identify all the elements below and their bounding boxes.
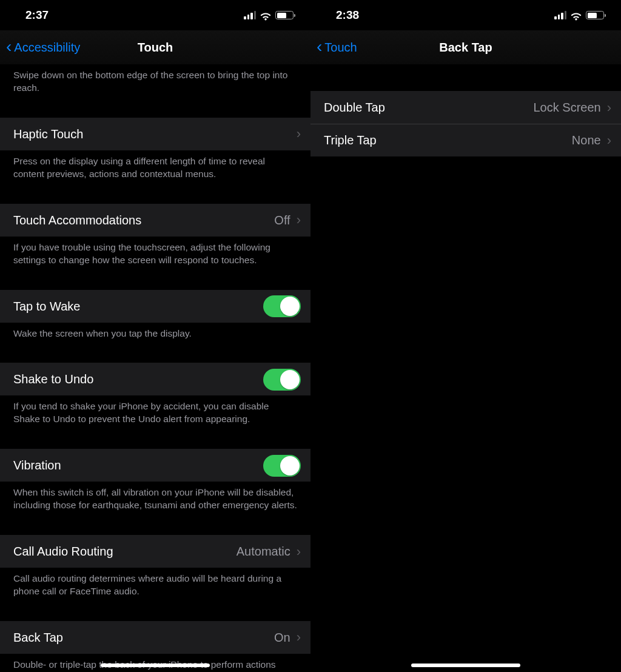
- row-value: Off: [274, 213, 290, 227]
- row-triple-tap[interactable]: Triple Tap None ›: [310, 124, 621, 156]
- shake-undo-footer: If you tend to shake your iPhone by acci…: [0, 395, 310, 434]
- toggle-vibration[interactable]: [263, 455, 301, 477]
- wifi-icon: [260, 11, 272, 20]
- chevron-right-icon: ›: [297, 212, 301, 228]
- haptic-footer: Press on the display using a different l…: [0, 150, 310, 189]
- back-tap-footer: Double- or triple-tap the back of your i…: [0, 654, 310, 672]
- row-label: Double Tap: [324, 101, 385, 115]
- touch-accom-footer: If you have trouble using the touchscree…: [0, 237, 310, 275]
- chevron-right-icon: ›: [607, 133, 611, 149]
- page-title: Back Tap: [310, 41, 621, 55]
- back-button[interactable]: ‹ Touch: [317, 39, 357, 55]
- back-button[interactable]: ‹ Accessibility: [6, 39, 80, 55]
- settings-list[interactable]: Double Tap Lock Screen › Triple Tap None…: [310, 64, 621, 672]
- battery-icon: [586, 11, 604, 19]
- vibration-footer: When this switch is off, all vibration o…: [0, 482, 310, 520]
- chevron-right-icon: ›: [297, 544, 301, 560]
- settings-list[interactable]: Swipe down on the bottom edge of the scr…: [0, 64, 310, 672]
- row-label: Tap to Wake: [13, 300, 80, 314]
- row-vibration: Vibration: [0, 449, 310, 482]
- phone-back-tap-settings: 2:38 ‹ Touch Back Tap Double Tap: [310, 0, 621, 672]
- status-bar: 2:37: [0, 0, 310, 30]
- tap-to-wake-footer: Wake the screen when you tap the display…: [0, 323, 310, 349]
- row-value: On: [274, 631, 290, 645]
- row-label: Touch Accommodations: [13, 213, 141, 227]
- row-label: Haptic Touch: [13, 127, 83, 141]
- status-time: 2:37: [25, 8, 49, 22]
- row-label: Call Audio Routing: [13, 545, 113, 559]
- home-indicator[interactable]: [101, 664, 210, 667]
- row-tap-to-wake: Tap to Wake: [0, 290, 310, 323]
- reachability-footer: Swipe down on the bottom edge of the scr…: [0, 64, 310, 103]
- row-shake-to-undo: Shake to Undo: [0, 363, 310, 395]
- status-time: 2:38: [336, 8, 359, 22]
- cellular-signal-icon: [554, 11, 566, 19]
- row-label: Vibration: [13, 459, 61, 472]
- chevron-left-icon: ‹: [6, 38, 12, 55]
- back-label: Accessibility: [14, 41, 80, 55]
- toggle-tap-to-wake[interactable]: [263, 295, 301, 317]
- battery-icon: [275, 11, 294, 19]
- cellular-signal-icon: [244, 11, 256, 19]
- row-label: Shake to Undo: [13, 372, 93, 386]
- wifi-icon: [570, 11, 582, 20]
- status-indicators: [244, 11, 294, 20]
- row-haptic-touch[interactable]: Haptic Touch ›: [0, 118, 310, 150]
- row-touch-accommodations[interactable]: Touch Accommodations Off ›: [0, 204, 310, 237]
- status-bar: 2:38: [310, 0, 621, 30]
- status-indicators: [554, 11, 604, 20]
- toggle-shake-to-undo[interactable]: [263, 369, 301, 391]
- row-value: None: [572, 133, 601, 147]
- back-label: Touch: [324, 41, 357, 55]
- row-back-tap[interactable]: Back Tap On ›: [0, 621, 310, 654]
- chevron-right-icon: ›: [297, 126, 301, 142]
- row-label: Back Tap: [13, 631, 63, 645]
- phone-touch-settings: 2:37 ‹ Accessibility Touch Swipe down on…: [0, 0, 310, 672]
- nav-bar: ‹ Accessibility Touch: [0, 30, 310, 64]
- row-label: Triple Tap: [324, 133, 377, 147]
- call-audio-footer: Call audio routing determines where audi…: [0, 568, 310, 606]
- chevron-left-icon: ‹: [317, 38, 322, 55]
- row-value: Automatic: [237, 545, 290, 559]
- home-indicator[interactable]: [411, 664, 520, 667]
- nav-bar: ‹ Touch Back Tap: [310, 30, 621, 64]
- row-call-audio-routing[interactable]: Call Audio Routing Automatic ›: [0, 535, 310, 568]
- chevron-right-icon: ›: [297, 630, 301, 645]
- row-double-tap[interactable]: Double Tap Lock Screen ›: [310, 91, 621, 124]
- chevron-right-icon: ›: [607, 100, 611, 116]
- row-value: Lock Screen: [534, 101, 601, 115]
